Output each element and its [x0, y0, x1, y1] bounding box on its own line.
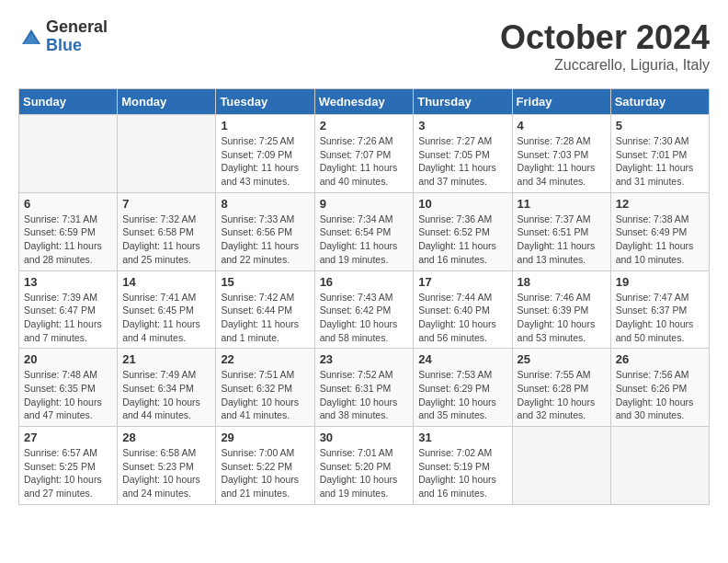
day-number: 2 [320, 119, 409, 132]
day-number: 3 [418, 119, 506, 132]
header-friday: Friday [512, 89, 610, 115]
day-number: 19 [616, 275, 704, 289]
sunset-text: Sunset: 5:19 PM [418, 461, 490, 472]
sunset-text: Sunset: 6:26 PM [616, 383, 688, 394]
sunset-text: Sunset: 6:32 PM [221, 383, 292, 394]
logo-icon [20, 28, 42, 46]
sunset-text: Sunset: 5:23 PM [122, 461, 194, 472]
calendar-day: 11Sunrise: 7:37 AMSunset: 6:51 PMDayligh… [512, 192, 610, 270]
location-text: Zuccarello, Liguria, Italy [500, 57, 710, 74]
day-info: Sunrise: 7:53 AMSunset: 6:29 PMDaylight:… [418, 368, 506, 422]
daylight-text: Daylight: 10 hours and 41 minutes. [221, 396, 299, 421]
sunset-text: Sunset: 7:01 PM [616, 149, 688, 160]
header-wednesday: Wednesday [314, 89, 414, 115]
calendar-day: 27Sunrise: 6:57 AMSunset: 5:25 PMDayligh… [19, 427, 118, 505]
day-number: 23 [320, 352, 409, 366]
daylight-text: Daylight: 10 hours and 16 minutes. [418, 474, 496, 499]
daylight-text: Daylight: 10 hours and 19 minutes. [320, 474, 398, 499]
sunrise-text: Sunrise: 7:55 AM [518, 369, 591, 380]
day-number: 6 [24, 197, 112, 211]
month-title: October 2024 [500, 18, 710, 57]
daylight-text: Daylight: 11 hours and 31 minutes. [616, 162, 694, 187]
calendar-day: 2Sunrise: 7:26 AMSunset: 7:07 PMDaylight… [314, 115, 414, 193]
daylight-text: Daylight: 11 hours and 10 minutes. [616, 240, 694, 265]
day-info: Sunrise: 7:48 AMSunset: 6:35 PMDaylight:… [24, 368, 112, 422]
sunrise-text: Sunrise: 7:36 AM [418, 213, 492, 224]
sunset-text: Sunset: 6:58 PM [122, 226, 194, 237]
sunrise-text: Sunrise: 7:43 AM [320, 292, 393, 303]
sunrise-text: Sunrise: 7:33 AM [221, 213, 294, 224]
sunset-text: Sunset: 6:31 PM [320, 383, 392, 394]
daylight-text: Daylight: 10 hours and 32 minutes. [518, 396, 596, 421]
day-info: Sunrise: 7:25 AMSunset: 7:09 PMDaylight:… [221, 134, 309, 189]
sunrise-text: Sunrise: 7:01 AM [320, 447, 393, 458]
day-info: Sunrise: 7:38 AMSunset: 6:49 PMDaylight:… [616, 213, 704, 267]
day-number: 21 [122, 352, 210, 366]
day-info: Sunrise: 7:27 AMSunset: 7:05 PMDaylight:… [418, 134, 506, 189]
daylight-text: Daylight: 11 hours and 16 minutes. [418, 240, 496, 265]
logo: General Blue [18, 18, 108, 55]
sunrise-text: Sunrise: 7:38 AM [616, 213, 689, 224]
sunrise-text: Sunrise: 7:53 AM [418, 369, 492, 380]
sunrise-text: Sunrise: 7:28 AM [518, 135, 591, 146]
calendar-week-row: 27Sunrise: 6:57 AMSunset: 5:25 PMDayligh… [19, 427, 710, 505]
calendar-day: 30Sunrise: 7:01 AMSunset: 5:20 PMDayligh… [314, 427, 414, 505]
day-number: 5 [616, 119, 704, 132]
daylight-text: Daylight: 10 hours and 35 minutes. [418, 396, 496, 421]
daylight-text: Daylight: 10 hours and 50 minutes. [616, 318, 694, 343]
sunset-text: Sunset: 6:54 PM [320, 226, 392, 237]
day-info: Sunrise: 7:31 AMSunset: 6:59 PMDaylight:… [24, 213, 112, 267]
day-info: Sunrise: 6:57 AMSunset: 5:25 PMDaylight:… [24, 446, 112, 500]
calendar-day: 16Sunrise: 7:43 AMSunset: 6:42 PMDayligh… [314, 270, 414, 349]
sunset-text: Sunset: 7:05 PM [418, 149, 490, 160]
daylight-text: Daylight: 10 hours and 30 minutes. [616, 396, 694, 421]
day-number: 16 [320, 275, 409, 289]
day-number: 17 [418, 275, 506, 289]
sunrise-text: Sunrise: 7:46 AM [518, 292, 591, 303]
day-number: 15 [221, 275, 309, 289]
day-number: 11 [518, 197, 606, 211]
daylight-text: Daylight: 10 hours and 24 minutes. [122, 474, 200, 499]
calendar-day: 22Sunrise: 7:51 AMSunset: 6:32 PMDayligh… [216, 349, 314, 427]
calendar-day: 12Sunrise: 7:38 AMSunset: 6:49 PMDayligh… [610, 192, 709, 270]
day-number: 8 [221, 197, 309, 211]
day-number: 10 [418, 197, 506, 211]
sunset-text: Sunset: 7:07 PM [320, 149, 392, 160]
calendar-week-row: 13Sunrise: 7:39 AMSunset: 6:47 PMDayligh… [19, 270, 710, 349]
daylight-text: Daylight: 11 hours and 22 minutes. [221, 240, 299, 265]
day-number: 1 [221, 119, 309, 132]
sunrise-text: Sunrise: 7:51 AM [221, 369, 294, 380]
day-info: Sunrise: 7:52 AMSunset: 6:31 PMDaylight:… [320, 368, 409, 422]
logo-blue-text: Blue [46, 37, 108, 55]
sunrise-text: Sunrise: 7:00 AM [221, 447, 294, 458]
sunset-text: Sunset: 6:47 PM [24, 304, 96, 316]
day-info: Sunrise: 7:44 AMSunset: 6:40 PMDaylight:… [418, 291, 506, 345]
day-info: Sunrise: 7:26 AMSunset: 7:07 PMDaylight:… [320, 134, 409, 189]
day-number: 7 [122, 197, 210, 211]
day-info: Sunrise: 7:28 AMSunset: 7:03 PMDaylight:… [518, 134, 606, 189]
calendar-day: 14Sunrise: 7:41 AMSunset: 6:45 PMDayligh… [118, 270, 216, 349]
sunrise-text: Sunrise: 7:30 AM [616, 135, 689, 146]
day-info: Sunrise: 7:37 AMSunset: 6:51 PMDaylight:… [518, 213, 606, 267]
sunrise-text: Sunrise: 7:34 AM [320, 213, 393, 224]
day-info: Sunrise: 7:51 AMSunset: 6:32 PMDaylight:… [221, 368, 309, 422]
sunset-text: Sunset: 6:37 PM [616, 304, 688, 316]
sunrise-text: Sunrise: 7:37 AM [518, 213, 591, 224]
calendar-day: 3Sunrise: 7:27 AMSunset: 7:05 PMDaylight… [414, 115, 512, 193]
sunrise-text: Sunrise: 7:25 AM [221, 135, 294, 146]
day-info: Sunrise: 7:55 AMSunset: 6:28 PMDaylight:… [518, 368, 606, 422]
daylight-text: Daylight: 10 hours and 44 minutes. [122, 396, 200, 421]
calendar-day: 13Sunrise: 7:39 AMSunset: 6:47 PMDayligh… [19, 270, 118, 349]
calendar-week-row: 6Sunrise: 7:31 AMSunset: 6:59 PMDaylight… [19, 192, 710, 270]
calendar-week-row: 20Sunrise: 7:48 AMSunset: 6:35 PMDayligh… [19, 349, 710, 427]
day-info: Sunrise: 6:58 AMSunset: 5:23 PMDaylight:… [122, 446, 210, 500]
day-number: 30 [320, 431, 409, 444]
sunset-text: Sunset: 6:39 PM [518, 304, 589, 316]
day-info: Sunrise: 7:47 AMSunset: 6:37 PMDaylight:… [616, 291, 704, 345]
day-number: 18 [518, 275, 606, 289]
calendar-day: 18Sunrise: 7:46 AMSunset: 6:39 PMDayligh… [512, 270, 610, 349]
day-info: Sunrise: 7:42 AMSunset: 6:44 PMDaylight:… [221, 291, 309, 345]
sunset-text: Sunset: 6:34 PM [122, 383, 194, 394]
page-header: General Blue October 2024 Zuccarello, Li… [18, 18, 710, 74]
sunset-text: Sunset: 6:29 PM [418, 383, 490, 394]
